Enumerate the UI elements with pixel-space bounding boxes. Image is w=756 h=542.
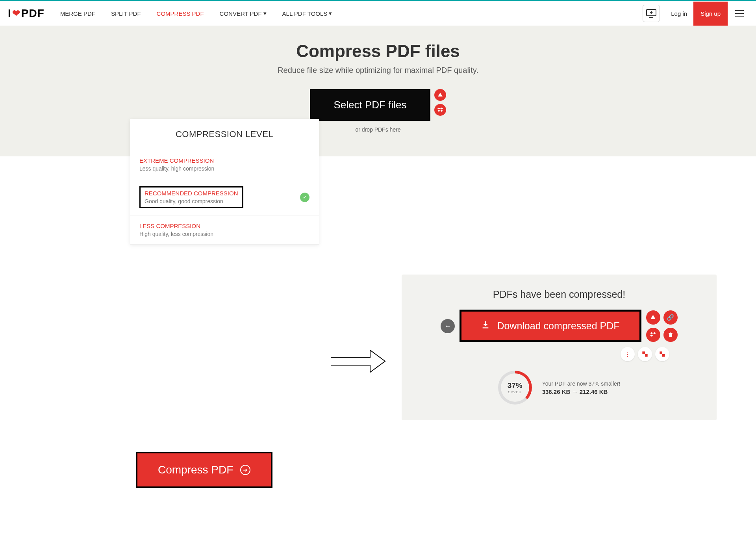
save-drive-icon[interactable] <box>646 310 660 325</box>
save-dropbox-icon[interactable] <box>646 328 660 342</box>
main-nav: MERGE PDF SPLIT PDF COMPRESS PDF CONVERT… <box>60 10 643 17</box>
download-action-grid: 🔗 <box>646 310 678 342</box>
cloud-source-buttons <box>434 89 446 116</box>
secondary-actions: ⋮ <box>417 347 701 361</box>
level-extreme[interactable]: EXTREME COMPRESSION Less quality, high c… <box>130 150 319 179</box>
level-desc: Good quality, good compression <box>145 198 238 204</box>
header-right: Log in Sign up <box>643 2 748 26</box>
dropbox-icon[interactable] <box>434 104 446 116</box>
hamburger-menu-icon[interactable] <box>731 10 748 17</box>
level-name: EXTREME COMPRESSION <box>139 157 214 164</box>
link-icon[interactable]: 🔗 <box>663 310 678 325</box>
nav-split[interactable]: SPLIT PDF <box>111 10 141 17</box>
delete-icon[interactable] <box>663 328 678 342</box>
compress-button[interactable]: Compress PDF ➜ <box>136 452 272 488</box>
stats-row: 37% SAVED Your PDF are now 37% smaller! … <box>417 371 701 405</box>
svg-rect-3 <box>645 354 648 357</box>
arrow-left-icon: ← <box>445 323 451 330</box>
select-row: Select PDF files <box>310 89 447 121</box>
size-arrow: → <box>572 388 578 395</box>
content-area: COMPRESSION LEVEL EXTREME COMPRESSION Le… <box>0 156 756 542</box>
level-less[interactable]: LESS COMPRESSION High quality, less comp… <box>130 215 319 245</box>
panel-title: COMPRESSION LEVEL <box>140 129 309 139</box>
back-button[interactable]: ← <box>441 319 455 333</box>
compress-button-wrap: Compress PDF ➜ <box>136 452 272 488</box>
chevron-down-icon: ▾ <box>263 10 267 17</box>
download-label: Download compressed PDF <box>497 320 619 332</box>
level-recommended[interactable]: RECOMMENDED COMPRESSION Good quality, go… <box>130 179 319 215</box>
nav-compress[interactable]: COMPRESS PDF <box>157 10 204 17</box>
drop-hint: or drop PDFs here <box>8 126 748 133</box>
download-row: ← Download compressed PDF 🔗 <box>417 310 701 342</box>
savings-percent: 37% <box>508 381 523 390</box>
savings-label: SAVED <box>508 390 522 394</box>
svg-rect-5 <box>662 354 665 357</box>
compression-level-panel: COMPRESSION LEVEL EXTREME COMPRESSION Le… <box>130 119 319 245</box>
arrow-right-circle-icon: ➜ <box>240 465 250 475</box>
level-desc: High quality, less compression <box>139 231 213 237</box>
continue-split-icon[interactable] <box>655 347 669 361</box>
size-compare: 336.26 KB → 212.46 KB <box>542 388 621 395</box>
select-pdf-button[interactable]: Select PDF files <box>310 89 431 121</box>
hero-section: Compress PDF files Reduce file size whil… <box>0 26 756 156</box>
login-link[interactable]: Log in <box>665 10 693 17</box>
desktop-download-icon[interactable] <box>643 5 660 22</box>
main-header: I ❤ PDF MERGE PDF SPLIT PDF COMPRESS PDF… <box>0 1 756 26</box>
level-name: LESS COMPRESSION <box>139 223 213 229</box>
smaller-text: Your PDF are now 37% smaller! <box>542 381 621 387</box>
size-after: 212.46 KB <box>580 388 608 395</box>
nav-all-tools[interactable]: ALL PDF TOOLS ▾ <box>282 10 332 17</box>
download-icon <box>481 320 490 332</box>
page-title: Compress PDF files <box>8 41 748 61</box>
signup-button[interactable]: Sign up <box>693 2 728 26</box>
continue-merge-icon[interactable] <box>638 347 652 361</box>
logo-pdf: PDF <box>21 7 44 20</box>
arrow-right-icon <box>331 345 386 377</box>
svg-rect-2 <box>642 351 645 354</box>
more-options-icon[interactable]: ⋮ <box>621 347 635 361</box>
level-desc: Less quality, high compression <box>139 165 214 172</box>
stats-text-block: Your PDF are now 37% smaller! 336.26 KB … <box>542 381 621 395</box>
google-drive-icon[interactable] <box>434 89 446 101</box>
page-subtitle: Reduce file size while optimizing for ma… <box>8 66 748 75</box>
compress-label: Compress PDF <box>158 464 233 476</box>
logo[interactable]: I ❤ PDF <box>8 7 44 20</box>
heart-icon: ❤ <box>12 8 20 19</box>
result-card: PDFs have been compressed! ← Download co… <box>402 275 717 420</box>
savings-ring: 37% SAVED <box>498 371 532 405</box>
download-button[interactable]: Download compressed PDF <box>460 310 641 342</box>
svg-rect-4 <box>660 351 662 354</box>
nav-merge[interactable]: MERGE PDF <box>60 10 95 17</box>
result-title: PDFs have been compressed! <box>417 289 701 300</box>
logo-i: I <box>8 7 11 20</box>
size-before: 336.26 KB <box>542 388 571 395</box>
panel-header: COMPRESSION LEVEL <box>130 119 319 150</box>
nav-convert-label: CONVERT PDF <box>220 10 262 17</box>
nav-convert[interactable]: CONVERT PDF ▾ <box>220 10 267 17</box>
chevron-down-icon: ▾ <box>329 10 332 17</box>
level-name: RECOMMENDED COMPRESSION <box>145 190 238 197</box>
checkmark-icon: ✓ <box>300 193 309 202</box>
nav-all-label: ALL PDF TOOLS <box>282 10 328 17</box>
